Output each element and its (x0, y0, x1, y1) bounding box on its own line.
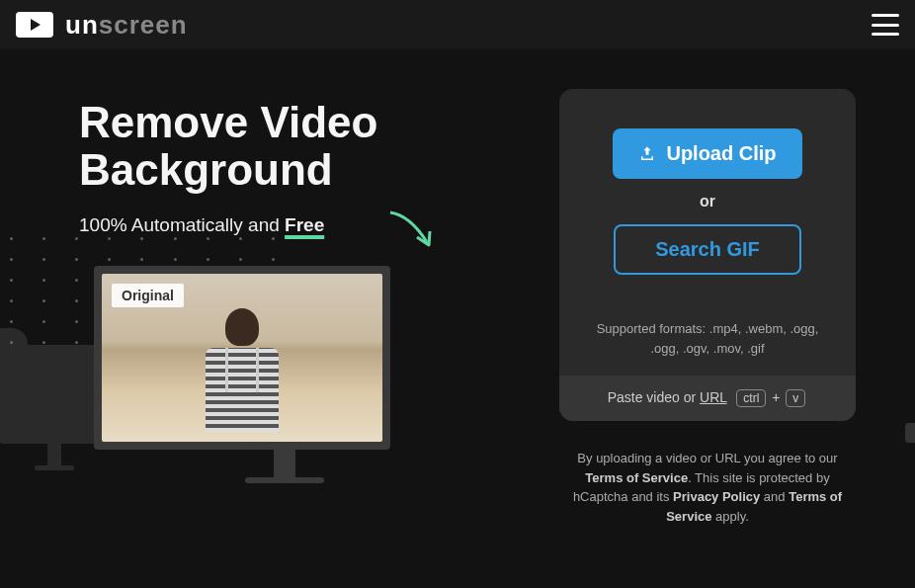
logo-play-icon (16, 12, 53, 38)
page-heading: Remove Video Background (79, 99, 520, 195)
paste-url-link[interactable]: URL (700, 389, 727, 405)
kbd-ctrl: ctrl (736, 389, 766, 407)
privacy-link[interactable]: Privacy Policy (673, 489, 760, 504)
logo-text: unscreen (65, 10, 188, 41)
hamburger-menu-icon[interactable] (872, 14, 899, 36)
subtitle-prefix: 100% Automatically and (79, 214, 285, 235)
arrow-icon (385, 208, 445, 257)
subtitle-free: Free (285, 214, 324, 235)
legal-part4: apply. (711, 509, 748, 524)
original-badge: Original (112, 284, 184, 307)
brand-suffix: screen (99, 10, 188, 40)
paste-hint-bar: Paste video or URL ctrl + v (559, 376, 856, 421)
kbd-v: v (786, 389, 805, 407)
upload-button-label: Upload Clip (666, 142, 776, 165)
legal-part3: and (760, 489, 789, 504)
legal-part1: By uploading a video or URL you agree to… (577, 451, 837, 465)
main-content: Remove Video Background 100% Automatical… (0, 49, 915, 526)
monitor-bg-shadow (0, 345, 109, 444)
subtitle: 100% Automatically and Free (79, 214, 520, 236)
heading-line-2: Background (79, 145, 333, 194)
search-button-label: Search GIF (655, 238, 760, 260)
supported-formats-text: Supported formats: .mp4, .webm, .ogg, .o… (583, 319, 832, 358)
upload-icon (638, 145, 656, 163)
upload-panel: Upload Clip or Search GIF Supported form… (559, 89, 856, 421)
hero-left: Remove Video Background 100% Automatical… (79, 89, 520, 526)
logo[interactable]: unscreen (16, 10, 188, 41)
kbd-plus: + (768, 389, 784, 405)
upload-clip-button[interactable]: Upload Clip (613, 128, 801, 179)
demo-person-silhouette (193, 308, 291, 442)
demo-monitor: Original (49, 266, 520, 483)
upload-panel-wrap: Upload Clip or Search GIF Supported form… (559, 89, 856, 526)
terms-link-1[interactable]: Terms of Service (585, 470, 688, 485)
heading-line-1: Remove Video (79, 98, 377, 146)
search-gif-button[interactable]: Search GIF (614, 224, 801, 275)
header-bar: unscreen (0, 0, 915, 49)
monitor-frame: Original (94, 266, 390, 450)
paste-prefix: Paste video or (608, 389, 700, 405)
or-divider: or (583, 193, 832, 210)
legal-text: By uploading a video or URL you agree to… (559, 449, 856, 526)
demo-video-preview: Original (102, 274, 382, 442)
brand-prefix: un (65, 10, 99, 40)
